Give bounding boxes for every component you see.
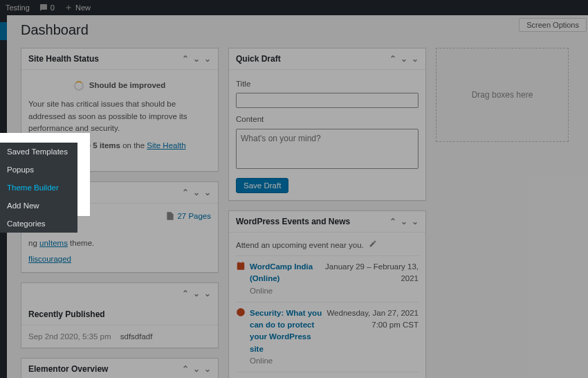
chevron-down-icon[interactable]: ⌄ — [193, 188, 200, 197]
calendar-icon — [236, 261, 246, 271]
event-time: 2021 — [325, 273, 419, 285]
chevron-sort-icon[interactable]: ⌄ — [204, 289, 211, 298]
flyout-item-saved-templates[interactable]: Saved Templates — [0, 143, 77, 161]
site-health-title: Site Health Status — [28, 54, 99, 64]
chevron-up-icon[interactable]: ⌃ — [389, 54, 396, 64]
chevron-sort-icon[interactable]: ⌄ — [204, 188, 211, 197]
chevron-up-icon[interactable]: ⌃ — [182, 188, 189, 197]
admin-toolbar: Testing 0 New — [0, 0, 588, 15]
chevron-sort-icon[interactable]: ⌄ — [204, 54, 211, 64]
event-row: WordPress Helpdesk & HackingOnlineSaturd… — [236, 372, 419, 378]
recently-published-heading: Recently Published — [21, 304, 218, 325]
event-time: 7:00 pm CST — [327, 319, 419, 331]
chevron-up-icon[interactable]: ⌃ — [182, 54, 189, 64]
chevron-down-icon[interactable]: ⌄ — [193, 54, 200, 64]
chevron-up-icon[interactable]: ⌃ — [182, 289, 189, 298]
event-title-link[interactable]: WordCamp India (Online) — [250, 261, 325, 285]
page-icon — [165, 211, 175, 221]
pages-count: 27 Pages — [177, 212, 211, 220]
spinner-icon — [74, 81, 84, 91]
comments-count: 0 — [50, 3, 55, 12]
chevron-down-icon[interactable]: ⌄ — [193, 364, 200, 374]
dropzone[interactable]: Drag boxes here — [436, 48, 569, 142]
theme-link[interactable]: unItems — [39, 239, 68, 247]
quick-draft-box: Quick Draft ⌃⌄⌄ Title Content Save Draft — [228, 48, 426, 201]
elementor-overview-title: Elementor Overview — [28, 364, 108, 374]
new-label: New — [75, 3, 91, 12]
theme-text-b: theme. — [68, 239, 94, 247]
meetup-icon — [236, 307, 246, 317]
published-post-link[interactable]: sdfsdfadf — [120, 332, 153, 341]
attend-text: Attend an upcoming event near you. — [236, 241, 364, 249]
chevron-down-icon[interactable]: ⌄ — [193, 289, 200, 298]
quick-draft-content-label: Content — [236, 114, 419, 125]
site-name-link[interactable]: Testing — [6, 3, 30, 12]
flyout-item-theme-builder[interactable]: Theme Builder — [0, 179, 77, 197]
event-row: Security: What you can do to protect you… — [236, 302, 419, 372]
flyout-item-popups[interactable]: Popups — [0, 161, 77, 179]
templates-submenu: Saved TemplatesPopupsTheme BuilderAdd Ne… — [0, 143, 77, 233]
page-title: Dashboard — [21, 15, 581, 48]
new-content-link[interactable]: New — [64, 3, 91, 12]
elementor-overview-box: Elementor Overview ⌃⌄⌄ E Elementor v3.0.… — [21, 358, 219, 378]
event-date: Wednesday, Jan 27, 2021 — [327, 307, 419, 319]
event-location: Online — [250, 285, 325, 297]
templates-flyout: Saved TemplatesPopupsTheme BuilderAdd Ne… — [0, 136, 90, 233]
published-date: Sep 2nd 2020, 5:35 pm — [28, 332, 111, 341]
theme-text-a: ng — [28, 239, 39, 247]
chevron-up-icon[interactable]: ⌃ — [389, 217, 396, 226]
quick-draft-title: Quick Draft — [236, 54, 281, 64]
pages-link[interactable]: 27 Pages — [165, 210, 211, 222]
chevron-sort-icon[interactable]: ⌄ — [412, 217, 419, 226]
comments-link[interactable]: 0 — [39, 3, 55, 12]
site-health-status: Should be improved — [89, 80, 166, 91]
activity-box: ⌃⌄⌄ Recently Published Sep 2nd 2020, 5:3… — [21, 282, 219, 348]
quick-draft-title-label: Title — [236, 78, 419, 90]
event-row: WordCamp India (Online)OnlineJanuary 29 … — [236, 255, 419, 302]
chevron-down-icon[interactable]: ⌄ — [401, 217, 407, 226]
event-location: Online — [250, 355, 327, 367]
comment-icon — [39, 3, 48, 12]
events-news-title: WordPress Events and News — [236, 217, 350, 226]
event-date: January 29 – February 13, — [325, 261, 419, 273]
chevron-down-icon[interactable]: ⌄ — [401, 54, 407, 64]
sidebar-active-marker — [0, 22, 7, 40]
flyout-item-add-new[interactable]: Add New — [0, 197, 77, 215]
event-title-link[interactable]: Security: What you can do to protect you… — [250, 307, 327, 355]
plus-icon — [64, 3, 73, 12]
quick-draft-title-input[interactable] — [236, 93, 419, 108]
site-health-text1: Your site has critical issues that shoul… — [28, 98, 211, 134]
chevron-sort-icon[interactable]: ⌄ — [412, 54, 419, 64]
chevron-up-icon[interactable]: ⌃ — [182, 364, 189, 374]
flyout-item-categories[interactable]: Categories — [0, 215, 77, 233]
pencil-icon[interactable] — [369, 240, 377, 248]
quick-draft-content-textarea[interactable] — [236, 129, 419, 169]
discouraged-link[interactable]: fliscouraged — [28, 255, 71, 263]
screen-options-tab[interactable]: Screen Options — [519, 18, 587, 32]
save-draft-button[interactable]: Save Draft — [236, 178, 288, 193]
events-news-box: WordPress Events and News ⌃⌄⌄ Attend an … — [228, 210, 426, 378]
site-health-t2c: on the — [120, 141, 147, 150]
chevron-sort-icon[interactable]: ⌄ — [204, 364, 211, 374]
site-health-items: 5 items — [93, 141, 120, 150]
